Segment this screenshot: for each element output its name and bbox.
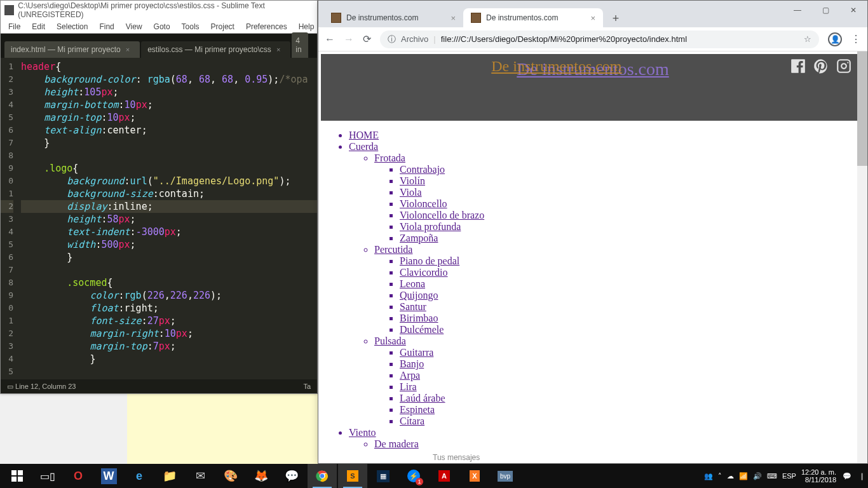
taskbar-xampp[interactable]: X (460, 464, 489, 488)
sublime-tab-index-html[interactable]: index.html — Mi primer proyecto × (4, 41, 140, 58)
nav-link[interactable]: Banjo (400, 358, 424, 369)
nav-link[interactable]: Leona (400, 278, 425, 289)
scrollbar-thumb[interactable] (857, 51, 867, 166)
taskbar-sublime[interactable]: S (338, 464, 367, 488)
taskbar-app-1[interactable]: ▦ (369, 464, 398, 488)
facebook-icon[interactable] (790, 58, 806, 77)
menu-preferences[interactable]: Preferences (241, 21, 292, 32)
chrome-tab-1[interactable]: De instrumentos.com × (323, 8, 463, 27)
nav-link[interactable]: Laúd árabe (400, 393, 445, 403)
nav-link[interactable]: Violoncello (400, 198, 447, 209)
tab-close-icon[interactable]: × (590, 13, 595, 23)
nav-link[interactable]: De madera (374, 438, 419, 449)
nav-link[interactable]: Piano de pedal (400, 255, 459, 266)
menu-edit[interactable]: Edit (27, 21, 50, 32)
profile-icon[interactable]: 👤 (828, 32, 842, 46)
nav-link[interactable]: Viola profunda (400, 221, 461, 232)
new-tab-button[interactable]: + (607, 10, 625, 27)
sublime-tab-overflow[interactable]: 4 in (292, 32, 308, 58)
sublime-editor[interactable]: 1234567890123456789012345 header{ backgr… (1, 58, 317, 379)
sublime-tab-estilos-css[interactable]: estilos.css — Mi primer proyecto\css × (141, 41, 290, 58)
menu-file[interactable]: File (3, 21, 25, 32)
task-view-button[interactable]: ▭▯ (33, 464, 62, 488)
close-icon[interactable]: × (276, 46, 280, 53)
menu-project[interactable]: Project (206, 21, 240, 32)
site-info-icon[interactable]: ⓘ (388, 34, 396, 45)
tab-close-icon[interactable]: × (451, 13, 456, 23)
tray-language[interactable]: ESP (782, 472, 796, 480)
taskbar-word[interactable]: W (94, 464, 123, 488)
tray-wifi-icon[interactable]: 📶 (739, 472, 748, 480)
taskbar-app-2[interactable]: bvp (491, 464, 520, 488)
taskbar-whatsapp[interactable]: 💬 (277, 464, 306, 488)
taskbar-opera[interactable]: O (64, 464, 93, 488)
back-button[interactable]: ← (325, 34, 335, 45)
nav-link[interactable]: Contrabajo (400, 164, 445, 175)
menu-find[interactable]: Find (94, 21, 119, 32)
instagram-icon[interactable] (836, 58, 852, 77)
taskbar-paint[interactable]: 🎨 (216, 464, 245, 488)
nav-link[interactable]: Pulsada (374, 336, 406, 346)
nav-link[interactable]: Arpa (400, 370, 420, 381)
chrome-menu-icon[interactable]: ⋮ (851, 33, 861, 45)
close-button[interactable]: ✕ (839, 1, 867, 20)
tray-volume-icon[interactable]: 🔊 (753, 472, 762, 480)
sublime-code[interactable]: header{ background-color: rgba(68, 68, 6… (18, 58, 317, 379)
nav-link[interactable]: Espineta (400, 404, 435, 415)
nav-link[interactable]: Quijongo (400, 290, 438, 301)
menu-goto[interactable]: Goto (149, 21, 175, 32)
maximize-button[interactable]: ▢ (811, 1, 839, 20)
start-button[interactable] (3, 464, 32, 488)
taskbar-mail[interactable]: ✉ (186, 464, 215, 488)
chrome-tab-2[interactable]: De instrumentos.com × (463, 8, 603, 27)
taskbar-acrobat[interactable]: A (430, 464, 459, 488)
taskbar-messenger[interactable]: ⚡1 (399, 464, 428, 488)
show-desktop-button[interactable]: ❙ (855, 464, 868, 488)
menu-view[interactable]: View (121, 21, 147, 32)
nav-link[interactable]: Viola (400, 187, 422, 198)
reload-button[interactable]: ⟳ (363, 33, 371, 45)
nav-link[interactable]: Santur (400, 301, 426, 312)
nav-link[interactable]: Percutida (374, 244, 412, 255)
nav-link[interactable]: Violín (400, 175, 425, 186)
nav-link[interactable]: Clavicordio (400, 267, 448, 278)
nav-link[interactable]: HOME (349, 130, 379, 140)
nav-link[interactable]: Frotada (374, 152, 405, 163)
close-icon[interactable]: × (126, 46, 130, 53)
menu-selection[interactable]: Selection (51, 21, 93, 32)
nav-link[interactable]: Birimbao (400, 313, 438, 323)
tray-expand-icon[interactable]: ˄ (718, 472, 722, 480)
nav-link[interactable]: Cítara (400, 416, 424, 426)
nav-link[interactable]: Violoncello de brazo (400, 210, 484, 220)
minimize-button[interactable]: — (783, 1, 811, 20)
sublime-tabbar: index.html — Mi primer proyecto × estilo… (1, 34, 317, 58)
taskbar-edge[interactable]: e (125, 464, 154, 488)
social-icons (790, 58, 852, 77)
taskbar-clock[interactable]: 12:20 a. m. 8/11/2018 (801, 468, 837, 484)
sublime-title-text: C:\Users\diego\Desktop\Mi primer proyect… (18, 1, 317, 19)
nav-link[interactable]: Viento (349, 427, 376, 438)
star-icon[interactable]: ☆ (804, 34, 811, 44)
taskbar-explorer[interactable]: 📁 (155, 464, 184, 488)
taskbar-chrome[interactable] (308, 464, 337, 488)
menu-help[interactable]: Help (294, 21, 320, 32)
page-nav: HOMECuerdaFrotadaContrabajoViolínViolaVi… (318, 123, 867, 456)
nav-link[interactable]: Lira (400, 381, 417, 392)
chrome-omnibox[interactable]: ⓘ Archivo | file:///C:/Users/diego/Deskt… (380, 30, 819, 48)
nav-link[interactable]: Dulcémele (400, 324, 444, 335)
chrome-scrollbar[interactable] (857, 51, 867, 463)
forward-button[interactable]: → (344, 34, 354, 45)
menu-tools[interactable]: Tools (177, 21, 205, 32)
sublime-titlebar[interactable]: C:\Users\diego\Desktop\Mi primer proyect… (1, 1, 317, 20)
site-logo[interactable]: De instrumentos.com (517, 59, 669, 79)
chrome-window-controls: — ▢ ✕ (783, 1, 867, 20)
pinterest-icon[interactable] (813, 58, 829, 77)
tray-notifications-icon[interactable]: 💬 (843, 472, 851, 480)
tray-people-icon[interactable]: 👥 (704, 472, 713, 480)
tray-keyboard-icon[interactable]: ⌨ (767, 472, 777, 480)
nav-link[interactable]: Cuerda (349, 141, 378, 152)
taskbar-firefox[interactable]: 🦊 (247, 464, 276, 488)
nav-link[interactable]: Guitarra (400, 347, 433, 358)
tray-cloud-icon[interactable]: ☁ (727, 472, 734, 480)
nav-link[interactable]: Zampoña (400, 233, 438, 243)
